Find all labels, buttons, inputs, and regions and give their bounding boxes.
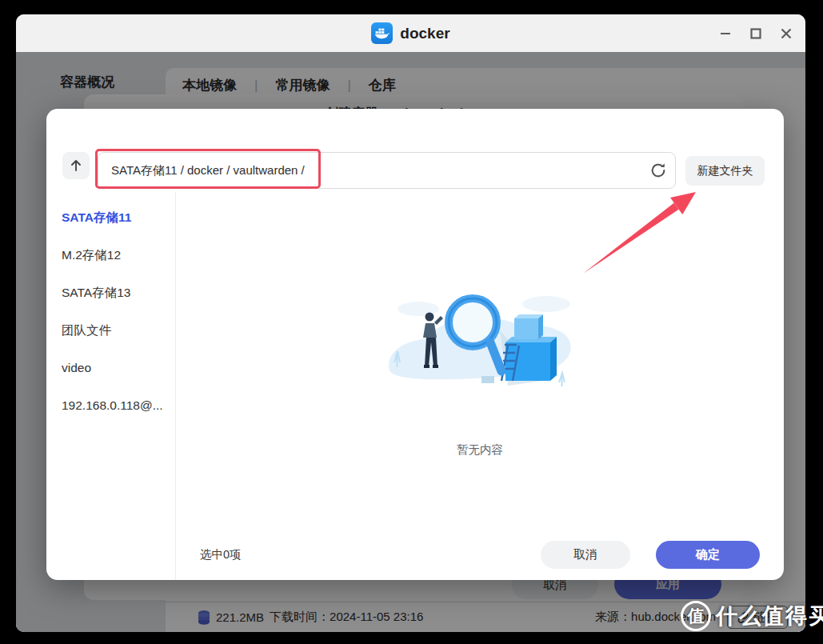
- empty-state-text: 暂无内容: [176, 442, 784, 458]
- refresh-icon[interactable]: [649, 162, 667, 179]
- up-arrow-icon: [69, 158, 83, 173]
- up-directory-button[interactable]: [62, 152, 90, 179]
- window-title: docker: [400, 25, 449, 42]
- close-icon[interactable]: [779, 26, 793, 40]
- cancel-button[interactable]: 取消: [541, 541, 630, 569]
- confirm-button[interactable]: 确定: [656, 541, 760, 569]
- maximize-icon[interactable]: [749, 26, 762, 40]
- docker-window: docker 容器概况 本地镜像 | 常用镜像 | 仓库: [16, 14, 805, 632]
- volume-item-sata11[interactable]: SATA存储11: [62, 208, 175, 226]
- new-folder-button[interactable]: 新建文件夹: [685, 156, 765, 186]
- volume-item-video[interactable]: video: [62, 358, 175, 377]
- volume-item-team-files[interactable]: 团队文件: [62, 321, 175, 339]
- volume-item-m2-12[interactable]: M.2存储12: [62, 246, 175, 264]
- volume-list: SATA存储11 M.2存储12 SATA存储13 团队文件 video 192…: [46, 192, 176, 580]
- folder-picker-dialog: 新建文件夹 SATA存储11 M.2存储12 SATA存储13 团队文件 vid…: [46, 109, 784, 580]
- docker-whale-icon: [371, 22, 393, 44]
- path-bar: [98, 152, 676, 189]
- folder-contents-area: 暂无内容 选中0项 取消 确定: [176, 192, 784, 580]
- minimize-icon[interactable]: [718, 26, 732, 40]
- dialog-footer: 选中0项 取消 确定: [200, 540, 760, 569]
- volume-item-remote-host[interactable]: 192.168.0.118@...: [62, 396, 175, 414]
- volume-item-sata13[interactable]: SATA存储13: [62, 283, 175, 302]
- selection-status: 选中0项: [200, 547, 242, 562]
- empty-state-illustration: [380, 286, 580, 402]
- titlebar: docker: [16, 14, 805, 52]
- path-input[interactable]: [98, 152, 676, 189]
